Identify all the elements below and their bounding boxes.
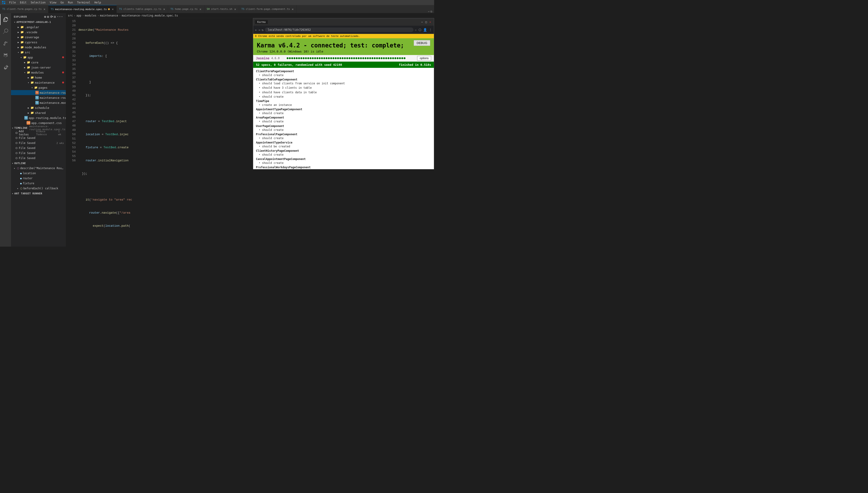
outline-item-router[interactable]: ● router (11, 176, 66, 181)
tree-app-css[interactable]: ▶ CSS app.component.css (11, 120, 66, 125)
extensions-icon[interactable]: ⬡ (418, 28, 421, 31)
tab-close[interactable]: × (291, 7, 294, 11)
back-btn[interactable]: ← (255, 28, 257, 31)
tab-start-tests[interactable]: SH start-tests.sh × (204, 5, 239, 13)
tree-json-server[interactable]: ▶ 📁 json-server (11, 65, 66, 70)
history-icon[interactable]: ↩ (428, 10, 430, 13)
refresh-icon[interactable]: ⟳ (50, 15, 53, 19)
tree-shared[interactable]: ▶ 📁 shared (11, 110, 66, 115)
tab-maintenance-routing[interactable]: TS maintenance-routing.module.spec.ts × (48, 5, 117, 13)
tree-label: pages (39, 86, 64, 89)
activity-explorer[interactable] (0, 14, 11, 25)
menu-run[interactable]: Run (66, 0, 75, 5)
outline-item-beforeeach[interactable]: ▾ ⬡ beforeEach() callback (11, 186, 66, 191)
tree-vscode[interactable]: ▶ 📁 .vscode (11, 29, 66, 35)
test-suite: AppointmentTypeServiceshould be created (256, 141, 431, 149)
tree-core[interactable]: ▶ 📁 core (11, 60, 66, 65)
menu-view[interactable]: View (48, 0, 58, 5)
tree-node-modules[interactable]: ▶ 📁 node_modules (11, 45, 66, 50)
breadcrumb-modules[interactable]: modules (85, 14, 97, 17)
timeline-dot (16, 137, 17, 139)
more-actions-icon[interactable]: ··· (57, 15, 63, 19)
tree-file-module[interactable]: ▶ TS maintenance.module.ts (11, 100, 66, 105)
tree-file-routing[interactable]: ▶ TS maintenance-routing.module.ts (11, 95, 66, 100)
menu-file[interactable]: File (7, 0, 18, 5)
tab-client-form-pages[interactable]: TS client-form-pages.cy.ts × (0, 5, 48, 13)
outline-label: describe("Maintenance Routes and Load Co… (20, 167, 64, 170)
activity-extensions[interactable] (0, 62, 11, 73)
test-case: should create (256, 128, 431, 132)
tree-modules[interactable]: ▾ 📁 modules (11, 70, 66, 75)
tree-angular[interactable]: ▶ 📁 .angular (11, 24, 66, 29)
menu-selection[interactable]: Selection (29, 0, 47, 5)
tree-label: shared (35, 111, 64, 114)
tab-close[interactable]: × (163, 7, 166, 11)
karma-tab[interactable]: Karma (255, 20, 268, 24)
new-file-icon[interactable]: ⊕ (44, 15, 46, 19)
tree-maintenance[interactable]: ▾ 📁 maintenance (11, 80, 66, 85)
tab-client-form-component[interactable]: TS client-form-page.component.ts × (239, 5, 297, 13)
outline-section-header[interactable]: ▾ OUTLINE (11, 161, 66, 166)
var-icon: ● (20, 177, 22, 180)
breadcrumb-app[interactable]: app (76, 14, 81, 17)
menu-go[interactable]: Go (59, 0, 66, 5)
expand-arrow: ▾ (17, 187, 20, 190)
reload-btn[interactable]: ↻ (262, 28, 264, 31)
activity-search[interactable] (0, 26, 11, 37)
maximize-btn[interactable]: □ (424, 20, 428, 24)
outline-item-fixture[interactable]: ● fixture (11, 181, 66, 186)
breadcrumb-src[interactable]: src (68, 14, 73, 17)
account-icon[interactable]: 👤 (423, 28, 427, 31)
sidebar: EXPLORER ⊕ ⊞ ⟳ ⊟ ··· ▾ APPOINTMENT-ANGUL… (11, 13, 66, 246)
tree-cypress[interactable]: ▶ 📁 cypress (11, 40, 66, 45)
tree-coverage[interactable]: ▶ 📁 coverage (11, 35, 66, 40)
tab-close[interactable]: × (234, 7, 236, 11)
timeline-dot (16, 152, 17, 154)
tab-close[interactable]: × (43, 7, 46, 11)
debug-button[interactable]: DEBUG (414, 40, 430, 46)
test-case: should create (256, 120, 431, 124)
outline-label: router (23, 177, 33, 180)
tree-home[interactable]: ▶ 📁 home (11, 75, 66, 80)
minimize-btn[interactable]: − (420, 20, 424, 24)
timeline-item-4: File Saved (11, 151, 66, 156)
collapse-all-icon[interactable]: ⊟ (54, 15, 56, 19)
tab-home-page[interactable]: TS home-page.cy.ts × (168, 5, 204, 13)
expand-arrow: ▾ (23, 71, 27, 74)
activity-source-control[interactable] (0, 38, 11, 49)
project-root[interactable]: ▾ APPOINTMENT-ANGULAR-1 (11, 20, 66, 24)
tree-schedule[interactable]: ▶ 📁 schedule (11, 105, 66, 110)
star-icon[interactable]: ☆ (415, 28, 417, 31)
karma-test-results[interactable]: ClientFormPageComponentshould createClie… (253, 68, 434, 169)
tab-clients-table-pages[interactable]: TS clients-table-pages.cy.ts × (117, 5, 168, 13)
timeline-dot (16, 157, 17, 159)
tree-src[interactable]: ▾ 📁 src (11, 50, 66, 55)
svg-rect-0 (2, 1, 3, 2)
menu-terminal[interactable]: Terminal (75, 0, 92, 5)
outline-item-location[interactable]: ● location (11, 171, 66, 176)
karma-results-bar: 52 specs, 0 failures, randomized with se… (253, 62, 434, 68)
activity-run-debug[interactable] (0, 50, 11, 61)
forward-btn[interactable]: → (258, 28, 260, 31)
ts-file-icon: TS (35, 96, 39, 100)
close-btn[interactable]: ✕ (428, 20, 432, 24)
tab-close[interactable]: × (199, 7, 202, 11)
tree-app[interactable]: ▾ 📁 app (11, 55, 66, 60)
ant-section-header[interactable]: ▾ ANT TARGET RUNNER (11, 191, 66, 196)
test-suite: ClientsTablePageComponentshould load cli… (256, 78, 431, 99)
outline-item-describe[interactable]: ▾ ⬡ describe("Maintenance Routes and Loa… (11, 166, 66, 171)
tree-app-routing[interactable]: ▶ TS app-routing.module.ts (11, 115, 66, 120)
ts-icon: TS (242, 7, 245, 10)
breadcrumb-maintenance[interactable]: maintenance (100, 14, 118, 17)
tab-close[interactable]: × (111, 7, 114, 11)
options-button[interactable]: options (417, 56, 431, 61)
more-icon[interactable]: ⋮ (429, 28, 432, 31)
split-editor-icon[interactable]: ⧉ (431, 10, 432, 13)
menu-help[interactable]: Help (92, 0, 103, 5)
browser-url-bar[interactable]: localhost:9876/?id=7263452 (265, 27, 413, 32)
tree-pages[interactable]: ▾ 📁 pages (11, 85, 66, 90)
tree-file-spec[interactable]: ▶ TS maintenance-routing.module.spec.ts … (11, 90, 66, 95)
new-folder-icon[interactable]: ⊞ (47, 15, 49, 19)
ts-file-icon: TS (24, 116, 28, 120)
menu-edit[interactable]: Edit (18, 0, 28, 5)
